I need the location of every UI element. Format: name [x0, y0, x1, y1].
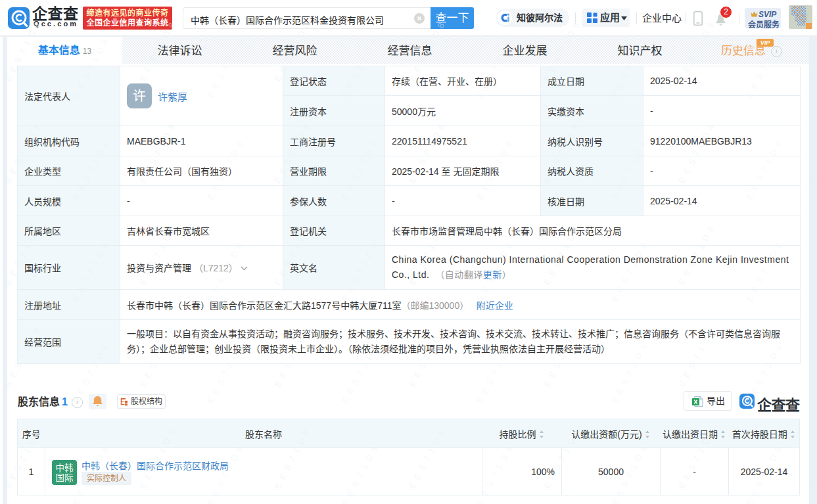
svg-text:国际: 国际 — [56, 473, 74, 483]
svg-text:中韩: 中韩 — [56, 463, 74, 473]
